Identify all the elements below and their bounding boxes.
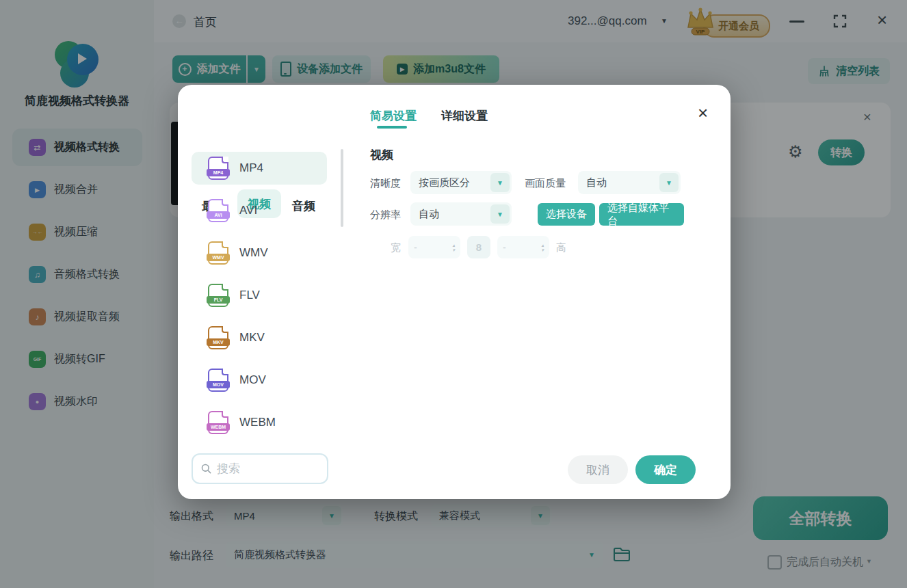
- format-label: FLV: [239, 289, 260, 302]
- resolution-select[interactable]: 自动 ▼: [410, 202, 512, 226]
- format-label: MOV: [239, 373, 266, 387]
- format-label: MKV: [239, 331, 265, 345]
- ok-label: 确定: [654, 462, 677, 478]
- clarity-select[interactable]: 按画质区分 ▼: [410, 171, 512, 194]
- tab-detailed-settings[interactable]: 详细设置: [441, 108, 488, 124]
- file-type-icon: MP4: [208, 157, 228, 180]
- width-input[interactable]: - ▴▾: [408, 236, 460, 258]
- format-label: WMV: [239, 246, 268, 260]
- format-option-wmv[interactable]: WMV WMV: [192, 237, 327, 269]
- format-list-scrollbar[interactable]: [341, 149, 343, 227]
- format-settings-dialog: 最近 视频 音频 MP4 MP4 AVI AVI WMV WMV FLV FLV…: [178, 85, 731, 499]
- format-option-avi[interactable]: AVI AVI: [192, 194, 327, 227]
- format-label: AVI: [239, 204, 257, 217]
- quality-select[interactable]: 自动 ▼: [578, 171, 681, 194]
- height-input[interactable]: - ▴▾: [497, 236, 549, 258]
- cancel-label: 取消: [586, 462, 609, 478]
- format-option-mov[interactable]: MOV MOV: [192, 364, 327, 397]
- file-type-icon: MKV: [208, 326, 228, 349]
- format-option-flv[interactable]: FLV FLV: [192, 279, 327, 312]
- close-dialog-icon[interactable]: ×: [698, 104, 708, 122]
- active-tab-underline: [377, 126, 407, 129]
- chevron-down-icon: ▼: [659, 173, 679, 192]
- resolution-label: 分辨率: [370, 209, 401, 222]
- chevron-down-icon: ▼: [490, 173, 510, 192]
- search-placeholder: 搜索: [217, 461, 240, 477]
- select-device-button[interactable]: 选择设备: [538, 203, 595, 226]
- clarity-value: 按画质区分: [419, 176, 470, 189]
- format-option-mkv[interactable]: MKV MKV: [192, 321, 327, 354]
- app-window: ← 首页 392...@qq.com ▼ 开通会员 VIP × 简鹿视频格式转换…: [0, 0, 907, 588]
- width-label: 宽: [391, 241, 401, 254]
- chevron-down-icon: ▼: [490, 204, 510, 224]
- select-device-label: 选择设备: [546, 208, 587, 221]
- file-type-icon: MOV: [208, 369, 228, 392]
- stepper-arrows-icon[interactable]: ▴▾: [452, 243, 455, 252]
- cancel-button[interactable]: 取消: [568, 455, 628, 484]
- height-value: -: [503, 242, 506, 253]
- format-option-webm[interactable]: WEBM WEBM: [192, 406, 327, 439]
- ok-button[interactable]: 确定: [635, 455, 696, 484]
- format-label: WEBM: [239, 416, 276, 429]
- file-type-icon: FLV: [208, 284, 228, 307]
- clarity-label: 清晰度: [370, 177, 401, 190]
- select-media-platform-label: 选择自媒体平台: [607, 202, 676, 228]
- select-media-platform-button[interactable]: 选择自媒体平台: [599, 203, 684, 226]
- chain-glyph: 8: [476, 241, 482, 253]
- height-label: 高: [556, 241, 566, 254]
- section-title-video: 视频: [370, 147, 393, 163]
- width-value: -: [414, 242, 417, 253]
- format-search-input[interactable]: 搜索: [192, 453, 328, 484]
- format-option-mp4[interactable]: MP4 MP4: [192, 152, 327, 185]
- tab-simple-settings[interactable]: 简易设置: [370, 108, 417, 124]
- quality-label: 画面质量: [525, 177, 566, 190]
- resolution-value: 自动: [419, 208, 439, 221]
- format-label: MP4: [239, 161, 263, 175]
- file-type-icon: WEBM: [208, 411, 228, 434]
- quality-value: 自动: [586, 176, 607, 189]
- link-aspect-icon[interactable]: 8: [467, 236, 490, 258]
- stepper-arrows-icon[interactable]: ▴▾: [541, 243, 544, 252]
- search-icon: [201, 464, 211, 474]
- file-type-icon: AVI: [208, 199, 228, 222]
- file-type-icon: WMV: [208, 241, 228, 265]
